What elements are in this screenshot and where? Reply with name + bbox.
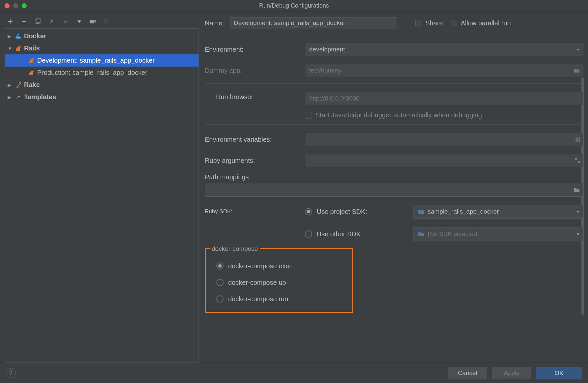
config-toolbar <box>5 16 199 28</box>
environment-row: Environment: development <box>205 41 583 58</box>
config-tree[interactable]: ▶ Docker ▼ Rails Development: sample_rai… <box>5 28 199 363</box>
dummy-app-field: test/dummy <box>305 64 583 77</box>
dc-up-radio[interactable]: docker-compose up <box>216 274 348 291</box>
sort-icon[interactable] <box>103 18 111 25</box>
svg-rect-4 <box>17 34 19 35</box>
configuration-form: Environment: development Dummy app: test… <box>205 35 583 363</box>
other-sdk-select[interactable]: [No SDK selected] ▾ <box>414 227 583 241</box>
env-vars-row: Environment variables: <box>205 131 583 148</box>
env-vars-field[interactable] <box>305 133 583 146</box>
expand-icon[interactable]: ▶ <box>8 34 13 39</box>
svg-rect-2 <box>16 36 17 37</box>
name-row: Name: Share Allow parallel run <box>205 16 583 35</box>
dc-run-radio[interactable]: docker-compose run <box>216 291 348 307</box>
wrench-icon <box>15 94 22 100</box>
browser-url-field[interactable]: http://0.0.0.0:3000 <box>305 92 583 105</box>
svg-rect-1 <box>37 19 40 23</box>
tree-node-templates[interactable]: ▶ Templates <box>5 91 199 103</box>
project-sdk-select[interactable]: sample_rails_app_docker ▾ <box>414 205 583 219</box>
docker-icon <box>15 34 22 39</box>
add-icon[interactable] <box>7 18 14 25</box>
folder-add-icon[interactable] <box>90 18 97 25</box>
dc-exec-radio[interactable]: docker-compose exec <box>216 258 348 274</box>
chevron-down-icon: ▾ <box>577 231 579 237</box>
use-project-sdk-radio[interactable]: Use project SDK: <box>305 205 414 218</box>
radio-icon <box>305 208 312 215</box>
dummy-app-label: Dummy app: <box>205 67 305 74</box>
wrench-icon[interactable] <box>48 18 55 25</box>
radio-icon <box>216 262 224 270</box>
collapse-icon[interactable]: ▼ <box>8 46 13 51</box>
divider <box>205 124 583 125</box>
list-icon[interactable] <box>575 137 580 142</box>
run-browser-cell: Run browser <box>205 93 305 104</box>
dialog-footer: ? Cancel Apply OK <box>0 363 588 383</box>
ruby-args-label: Ruby arguments: <box>205 157 305 164</box>
environment-label: Environment: <box>205 46 305 53</box>
name-label: Name: <box>205 19 224 27</box>
run-browser-label: Run browser <box>216 93 253 101</box>
apply-button[interactable]: Apply <box>492 367 531 379</box>
copy-icon[interactable] <box>34 18 41 25</box>
start-js-checkbox[interactable] <box>305 112 311 119</box>
expand-icon[interactable]: ▶ <box>8 82 13 88</box>
start-js-label: Start JavaScript debugger automatically … <box>315 111 482 119</box>
folder-icon <box>418 209 424 214</box>
expand-icon[interactable] <box>575 158 580 163</box>
browser-url-value: http://0.0.0.0:3000 <box>309 95 360 102</box>
move-up-icon[interactable] <box>62 18 69 25</box>
remove-icon[interactable] <box>20 18 28 25</box>
use-other-sdk-label: Use other SDK: <box>317 230 362 238</box>
tree-node-rails[interactable]: ▼ Rails <box>5 42 199 54</box>
checkbox-icon <box>415 20 422 26</box>
tree-item-development[interactable]: Development: sample_rails_app_docker <box>5 54 199 67</box>
maximize-window-button[interactable] <box>22 3 27 8</box>
rails-icon <box>15 45 22 51</box>
tree-item-production[interactable]: Production: sample_rails_app_docker <box>5 67 199 79</box>
use-other-sdk-radio[interactable]: Use other SDK: <box>305 227 414 241</box>
tree-item-label: Production: sample_rails_app_docker <box>37 69 147 76</box>
minimize-window-button[interactable] <box>13 3 18 8</box>
path-mappings-field[interactable] <box>205 183 583 197</box>
tree-node-rake[interactable]: ▶ Rake <box>5 79 199 91</box>
help-button[interactable]: ? <box>6 368 16 378</box>
left-column: ▶ Docker ▼ Rails Development: sample_rai… <box>5 16 199 363</box>
docker-compose-group: docker-compose docker-compose exec docke… <box>205 248 353 313</box>
ruby-args-field[interactable] <box>305 154 583 167</box>
close-window-button[interactable] <box>5 3 10 8</box>
chevron-down-icon: ▾ <box>577 209 579 214</box>
tree-item-label: Development: sample_rails_app_docker <box>37 57 155 64</box>
move-down-icon[interactable] <box>76 18 83 25</box>
window-controls <box>0 3 27 8</box>
tree-label: Rake <box>24 81 40 89</box>
title-bar: Run/Debug Configurations <box>0 0 588 12</box>
checkbox-icon <box>451 20 457 26</box>
run-browser-checkbox[interactable] <box>205 94 211 100</box>
rails-icon <box>28 58 35 64</box>
share-label: Share <box>425 19 443 27</box>
share-checkbox[interactable]: Share <box>415 19 443 27</box>
env-vars-label: Environment variables: <box>205 136 305 143</box>
tree-label: Docker <box>24 32 46 40</box>
dialog-content: ▶ Docker ▼ Rails Development: sample_rai… <box>0 12 588 363</box>
ruby-args-row: Ruby arguments: <box>205 152 583 169</box>
tree-node-docker[interactable]: ▶ Docker <box>5 30 199 42</box>
docker-compose-title: docker-compose <box>210 245 260 252</box>
run-browser-row: Run browser http://0.0.0.0:3000 <box>205 90 583 107</box>
allow-parallel-checkbox[interactable]: Allow parallel run <box>451 19 511 27</box>
folder-icon[interactable] <box>574 188 580 192</box>
cancel-button[interactable]: Cancel <box>448 367 487 379</box>
dummy-app-row: Dummy app: test/dummy <box>205 62 583 79</box>
use-project-sdk-label: Use project SDK: <box>317 208 367 216</box>
ruby-sdk-label: Ruby SDK: <box>205 208 305 215</box>
environment-select[interactable]: development <box>305 43 583 56</box>
tree-label: Templates <box>24 93 56 101</box>
radio-icon <box>216 279 224 286</box>
ok-button[interactable]: OK <box>536 367 582 379</box>
environment-value: development <box>309 46 345 53</box>
expand-icon[interactable]: ▶ <box>8 95 13 100</box>
radio-icon <box>216 295 224 303</box>
divider <box>205 83 583 84</box>
name-input[interactable] <box>230 17 396 29</box>
project-sdk-value: sample_rails_app_docker <box>428 208 499 215</box>
